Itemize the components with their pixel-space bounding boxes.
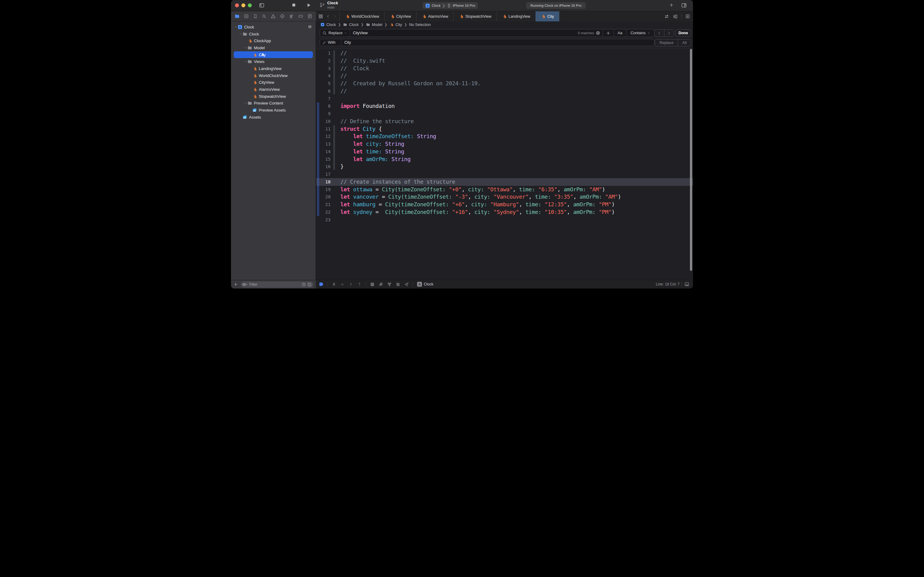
tab-cityview[interactable]: CityView bbox=[385, 11, 417, 21]
breadcrumb-item-model[interactable]: Model bbox=[366, 22, 382, 27]
project-navigator-icon[interactable] bbox=[235, 14, 240, 19]
breadcrumb-item-clock[interactable]: AClock bbox=[320, 22, 336, 27]
code-line-14[interactable]: 14 let time: String bbox=[316, 148, 693, 156]
breadcrumb-item-no-selection[interactable]: No Selection bbox=[409, 23, 431, 27]
step-out-button-icon[interactable] bbox=[357, 282, 362, 287]
sidebar-item-clockapp[interactable]: ClockApp bbox=[231, 37, 316, 44]
activity-status[interactable]: Running Clock on iPhone 16 Pro bbox=[526, 2, 586, 9]
zoom-button[interactable] bbox=[248, 3, 252, 7]
disclosure-chevron-icon[interactable] bbox=[243, 46, 248, 49]
related-items-icon[interactable] bbox=[319, 14, 323, 19]
minimize-button[interactable] bbox=[241, 3, 245, 7]
sidebar-item-preview-assets[interactable]: Preview Assets bbox=[231, 106, 316, 114]
run-button[interactable] bbox=[306, 3, 311, 8]
code-line-2[interactable]: 2// City.swift bbox=[316, 57, 693, 65]
find-next-button[interactable] bbox=[664, 30, 674, 36]
disclosure-chevron-icon[interactable] bbox=[243, 60, 248, 63]
toggle-right-sidebar-icon[interactable] bbox=[681, 3, 687, 8]
find-field[interactable]: Replace CityView 0 matches Aa Contains bbox=[320, 29, 655, 37]
sidebar-item-assets[interactable]: Assets bbox=[231, 114, 316, 121]
tab-city[interactable]: City bbox=[536, 11, 559, 21]
code-line-20[interactable]: 20let vancover = City(timeZoneOffset: "-… bbox=[316, 193, 693, 201]
sidebar-item-clock[interactable]: Clock bbox=[231, 31, 316, 38]
breakpoints-toggle-icon[interactable] bbox=[319, 282, 324, 287]
code-line-17[interactable]: 17 bbox=[316, 171, 693, 178]
breadcrumb-item-clock[interactable]: Clock bbox=[343, 22, 358, 27]
code-line-1[interactable]: 1// bbox=[316, 50, 693, 57]
step-over-button-icon[interactable] bbox=[340, 282, 344, 287]
code-line-4[interactable]: 4// bbox=[316, 72, 693, 80]
code-line-18[interactable]: 18// Create instances of the structure bbox=[316, 178, 693, 186]
code-line-3[interactable]: 3// Clock bbox=[316, 65, 693, 73]
close-button[interactable] bbox=[235, 3, 239, 7]
sidebar-item-worldclockview[interactable]: WorldClockView bbox=[231, 72, 316, 79]
replace-input[interactable]: City bbox=[341, 40, 652, 45]
code-line-5[interactable]: 5// Created by Russell Gordon on 2024-11… bbox=[316, 80, 693, 87]
view-hierarchy-button-icon[interactable] bbox=[370, 282, 375, 287]
code-review-icon[interactable] bbox=[664, 14, 669, 19]
code-line-19[interactable]: 19let ottawa = City(timeZoneOffset: "+0"… bbox=[316, 186, 693, 193]
tab-stopwatchview[interactable]: StopwatchView bbox=[454, 11, 497, 21]
scrollbar-thumb[interactable] bbox=[690, 49, 692, 271]
simulate-location-button-icon[interactable] bbox=[404, 282, 409, 287]
code-line-10[interactable]: 10// Define the structure bbox=[316, 118, 693, 125]
find-mode-dropdown[interactable]: Replace bbox=[328, 31, 343, 35]
sidebar-item-stopwatchview[interactable]: StopwatchView bbox=[231, 93, 316, 100]
back-icon[interactable] bbox=[326, 15, 330, 18]
toggle-debug-area-icon[interactable] bbox=[684, 282, 689, 287]
source-control-status-icon[interactable] bbox=[307, 282, 312, 287]
code-line-22[interactable]: 22let sydney = City(timeZoneOffset: "+16… bbox=[316, 208, 693, 216]
sidebar-item-city[interactable]: CityA bbox=[231, 52, 316, 58]
done-button[interactable]: Done bbox=[675, 29, 691, 37]
stop-button[interactable] bbox=[291, 3, 296, 7]
clear-search-icon[interactable] bbox=[596, 31, 600, 35]
code-line-13[interactable]: 13 let city: String bbox=[316, 140, 693, 148]
fold-ribbon[interactable] bbox=[333, 125, 335, 170]
filter-field[interactable]: Filter bbox=[240, 282, 314, 288]
code-line-12[interactable]: 12 let timeZoneOffset: String bbox=[316, 133, 693, 140]
code-line-6[interactable]: 6// bbox=[316, 87, 693, 95]
source-editor[interactable]: 1//2// City.swift3// Clock4//5// Created… bbox=[316, 48, 693, 280]
match-type-dropdown[interactable]: Contains bbox=[626, 31, 652, 35]
forward-icon[interactable] bbox=[333, 15, 337, 18]
add-file-icon[interactable] bbox=[233, 282, 238, 287]
sidebar-item-views[interactable]: Views bbox=[231, 58, 316, 65]
library-plus-icon[interactable] bbox=[669, 3, 674, 7]
tests-navigator-icon[interactable] bbox=[280, 14, 285, 19]
scheme-selector[interactable]: A Clock ❯ iPhone 16 Pro bbox=[423, 2, 478, 9]
memory-graph-button-icon[interactable] bbox=[387, 282, 392, 287]
sidebar-item-preview-content[interactable]: Preview Content bbox=[231, 100, 316, 107]
toggle-left-sidebar-icon[interactable] bbox=[259, 3, 264, 8]
breakpoints-navigator-icon[interactable] bbox=[298, 14, 303, 19]
changes-navigator-icon[interactable] bbox=[244, 14, 249, 19]
debug-navigator-icon[interactable] bbox=[289, 14, 294, 19]
code-line-9[interactable]: 9 bbox=[316, 110, 693, 118]
match-case-button[interactable]: Aa bbox=[614, 31, 626, 35]
sidebar-item-cityview[interactable]: CityView bbox=[231, 79, 316, 86]
code-line-11[interactable]: 11struct City { bbox=[316, 125, 693, 133]
sidebar-item-clock[interactable]: AClockM bbox=[231, 24, 316, 31]
replace-field[interactable]: With City bbox=[320, 39, 655, 46]
breadcrumb-item-city[interactable]: City bbox=[389, 22, 402, 27]
add-editor-icon[interactable] bbox=[685, 14, 690, 19]
replace-all-button[interactable]: All bbox=[678, 39, 691, 46]
tab-worldclockview[interactable]: WorldClockView bbox=[340, 11, 385, 21]
sidebar-item-landingview[interactable]: LandingView bbox=[231, 65, 316, 72]
code-line-15[interactable]: 15 let amOrPm: String bbox=[316, 156, 693, 163]
add-pattern-icon[interactable] bbox=[606, 31, 610, 35]
issues-navigator-icon[interactable] bbox=[271, 14, 275, 19]
bookmarks-navigator-icon[interactable] bbox=[253, 14, 258, 19]
disclosure-chevron-icon[interactable] bbox=[243, 102, 248, 105]
find-navigator-icon[interactable] bbox=[262, 14, 266, 19]
code-line-8[interactable]: 8import Foundation bbox=[316, 102, 693, 110]
minimap-icon[interactable] bbox=[673, 14, 678, 19]
environment-overrides-button-icon[interactable] bbox=[396, 282, 400, 287]
pause-button-icon[interactable] bbox=[332, 282, 336, 286]
code-line-21[interactable]: 21let hamburg = City(timeZoneOffset: "+6… bbox=[316, 201, 693, 208]
replace-button[interactable]: Replace bbox=[655, 39, 678, 46]
disclosure-chevron-icon[interactable] bbox=[233, 25, 238, 28]
disclosure-chevron-icon[interactable] bbox=[238, 32, 243, 35]
find-previous-button[interactable] bbox=[655, 30, 664, 36]
reports-navigator-icon[interactable] bbox=[307, 14, 312, 19]
debug-view-hierarchy-button-icon[interactable] bbox=[378, 282, 383, 287]
